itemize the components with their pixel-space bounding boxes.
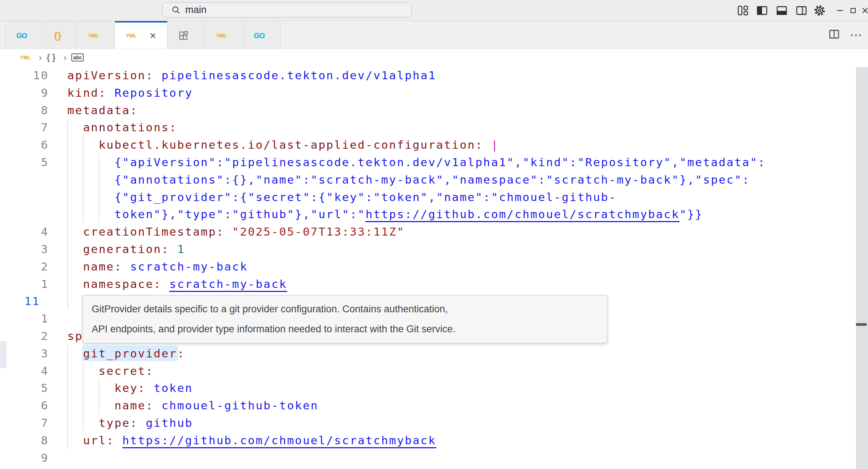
hover-tooltip: GitProvider details specific to a git pr… [83,295,607,343]
line-number: 1 [0,275,49,293]
code-text: git_provider: [67,345,185,362]
code-token [122,260,130,273]
code-text: {"apiVersion":"pipelinesascode.tekton.de… [67,153,766,171]
code-text: {"annotations":{},"name":"scratch-my-bac… [67,171,750,188]
current-line-number: 11 [0,292,49,310]
code-token: github [146,416,193,429]
code-token: pipelinesascode.tekton.dev/v1alpha1 [162,69,436,82]
go-file-icon: GO [254,32,265,39]
scrollbar-cursor-marker [856,323,867,326]
editor-pane[interactable]: 10apiVersion: pipelinesascode.tekton.dev… [0,66,868,469]
code-line[interactable]: 7 type: github [0,414,868,432]
code-line[interactable]: 4 secret: [0,362,868,380]
code-token: : [177,347,185,360]
breadcrumb-item[interactable]: { } [47,53,59,63]
code-token: namespace: [67,277,162,290]
line-number: 9 [0,84,49,101]
tab-linter.yaml[interactable]: YML [205,21,243,49]
toggle-panel-button[interactable] [774,3,789,18]
code-line[interactable]: 2 name: scratch-my-back [0,258,868,275]
tab-repo-scratch-my-back.yaml[interactable]: YML× [115,21,167,49]
code-text: creationTimestamp: "2025-05-07T13:33:11Z… [67,223,405,240]
code-token: key: [67,381,146,394]
code-token: token"},"type":"github"},"url":" [67,208,365,221]
code-token: type: [67,416,138,429]
tab-index.json[interactable]: {} [43,21,77,49]
tab-repository.yaml[interactable]: YML [77,21,115,49]
tab-extension-kubernetes[interactable] [167,21,205,49]
code-link[interactable]: https://github.com/chmouel/scratchmyback [122,434,436,448]
line-number: 4 [0,362,49,380]
line-number: 10 [0,67,49,84]
tab-gitlab.go[interactable]: GO [243,21,281,49]
editor-tab-bar: GO{}YMLYML×YMLGO ⋯ [0,21,868,49]
line-number: 3 [0,345,49,362]
yaml-file-icon: YML [20,55,31,60]
tab-types.go[interactable]: GO [5,21,43,49]
breadcrumb-item[interactable]: abc [71,53,87,62]
code-text: url: https://github.com/chmouel/scratchm… [67,432,436,449]
code-text: metadata: [67,101,138,119]
code-line[interactable]: 8 url: https://github.com/chmouel/scratc… [0,432,868,449]
code-text: name: chmouel-github-token [67,397,318,414]
command-center[interactable]: main [162,3,412,17]
line-number: 6 [0,397,49,414]
left-edge-decoration [0,341,7,368]
code-line[interactable]: 5 {"apiVersion":"pipelinesascode.tekton.… [0,153,868,171]
toggle-primary-sidebar-button[interactable] [755,3,769,18]
line-number: 6 [0,136,49,153]
code-line[interactable]: 4 creationTimestamp: "2025-05-07T13:33:1… [0,223,868,240]
code-text: {"git_provider":{"secret":{"key":"token"… [67,188,617,206]
extension-icon [178,30,189,41]
code-token [483,138,491,151]
breadcrumb-separator: › [63,52,68,63]
code-token [162,277,170,290]
command-center-value: main [185,4,207,16]
abc-symbol-icon: abc [71,53,84,62]
code-line[interactable]: 8metadata: [0,101,868,119]
code-line[interactable]: token"},"type":"github"},"url":"https://… [0,205,868,223]
more-actions-icon[interactable]: ⋯ [850,28,863,42]
toggle-secondary-sidebar-button[interactable] [794,3,809,18]
close-icon[interactable]: × [150,30,156,41]
code-line[interactable]: 5 key: token [0,379,868,397]
code-line[interactable]: 7 annotations: [0,119,868,136]
minimize-button[interactable] [833,3,847,18]
code-token: secret: [67,364,154,377]
code-text: token"},"type":"github"},"url":"https://… [67,205,703,223]
code-token: annotations: [67,121,177,134]
code-line[interactable]: 9kind: Repository [0,84,868,101]
code-link[interactable]: https://github.com/chmouel/scratchmyback [365,208,679,222]
code-line[interactable]: 10apiVersion: pipelinesascode.tekton.dev… [0,67,868,84]
line-number: 2 [0,258,49,275]
code-line[interactable]: 6 name: chmouel-github-token [0,397,868,414]
breadcrumb-item[interactable]: YML [20,55,34,60]
vscode-window: { "titlebar": { "command_center": { "ico… [0,0,868,469]
code-token [169,242,177,256]
code-line[interactable]: {"annotations":{},"name":"scratch-my-bac… [0,171,868,188]
code-token: name: [67,399,154,412]
code-line[interactable]: 3 generation: 1 [0,240,868,258]
code-token: {"apiVersion":"pipelinesascode.tekton.de… [67,156,766,169]
line-number: 9 [0,449,49,466]
code-line[interactable]: {"git_provider":{"secret":{"key":"token"… [0,188,868,206]
breadcrumb-separator: › [38,52,43,63]
split-editor-icon[interactable] [828,28,840,42]
code-line[interactable]: 1 namespace: scratch-my-back [0,275,868,293]
line-number: 2 [0,327,49,345]
vertical-scrollbar[interactable] [856,67,867,469]
customize-layout-button[interactable] [736,3,750,18]
code-text: kind: Repository [67,84,193,101]
line-number: 7 [0,414,49,432]
code-line[interactable]: 9 [0,449,868,466]
code-token: metadata: [67,104,138,117]
code-link[interactable]: scratch-my-back [169,277,287,292]
settings-button[interactable] [812,3,827,18]
close-button[interactable] [858,3,868,18]
code-line[interactable]: 3 git_provider: [0,345,868,362]
code-line[interactable]: 6 kubectl.kubernetes.io/last-applied-con… [0,136,868,153]
code-token [154,69,162,82]
code-token [224,225,232,238]
code-text: key: token [67,379,193,397]
line-number: 5 [0,153,49,171]
